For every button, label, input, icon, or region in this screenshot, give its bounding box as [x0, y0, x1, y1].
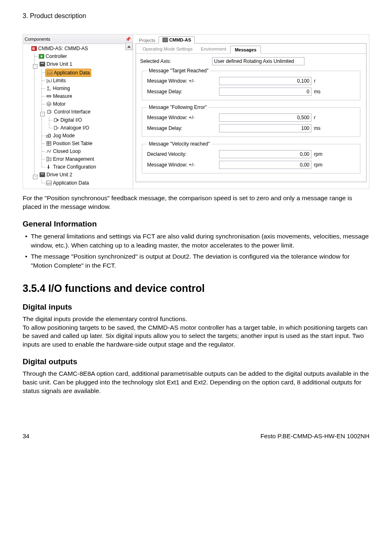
heading-digital-inputs: Digital inputs	[23, 303, 369, 312]
tree-appdata[interactable]: Application Data	[54, 70, 90, 76]
vr-window-unit: rpm	[314, 162, 326, 168]
footer-right: Festo P.BE-CMMD-AS-HW-EN 1002NH	[261, 432, 369, 439]
page-header: 3. Product description	[23, 12, 369, 20]
tree-appdata-2[interactable]: Application Data	[53, 180, 89, 186]
fe-delay-input[interactable]	[219, 124, 311, 132]
svg-rect-25	[48, 134, 50, 137]
vr-declared-input[interactable]	[219, 150, 311, 158]
tree-trace[interactable]: Trace Configuration	[53, 164, 96, 170]
li-general-1: The general limitations and settings via…	[31, 232, 369, 250]
device-tab-icon	[162, 37, 168, 42]
subtab-environment[interactable]: Environment	[197, 45, 231, 53]
tr-window-input[interactable]	[219, 77, 311, 85]
svg-text:DAT: DAT	[48, 72, 53, 74]
pst-icon	[46, 141, 52, 146]
page-number: 34	[23, 432, 30, 439]
closed-icon	[46, 148, 52, 154]
tab-device[interactable]: CMMD-AS	[159, 36, 195, 44]
heading-digital-outputs: Digital outputs	[23, 357, 369, 366]
tr-delay-input[interactable]	[219, 88, 311, 96]
svg-rect-27	[47, 141, 51, 146]
tree-position-set-table[interactable]: Position Set Table	[53, 141, 92, 146]
app-window: Components 📌 CMMD-AS: CMMD-AS	[23, 34, 369, 189]
components-title: Components	[25, 37, 50, 42]
tree-homing[interactable]: Homing	[53, 86, 70, 91]
tr-window-label: Message Window: +/-	[147, 78, 219, 84]
p-digital-inputs: The digital inputs provide the elementar…	[23, 315, 369, 349]
tr-delay-unit: ms	[314, 89, 326, 95]
svg-rect-23	[54, 126, 57, 130]
controller-icon	[39, 53, 44, 59]
svg-rect-22	[57, 119, 58, 121]
p-synchronous: For the "Position synchronous" feedback …	[23, 194, 369, 211]
drive-icon	[39, 61, 45, 67]
svg-rect-2	[34, 47, 35, 50]
fe-window-input[interactable]	[219, 113, 311, 122]
components-tree[interactable]: CMMD-AS: CMMD-AS Controller -	[23, 44, 133, 189]
subtab-messages[interactable]: Messages	[230, 46, 261, 54]
svg-rect-35	[40, 173, 45, 177]
sub-tabstrip: Operating Mode Settings Environment Mess…	[136, 44, 366, 54]
group-following-error: Message "Following Error" Message Window…	[142, 104, 360, 137]
jog-icon	[46, 133, 52, 139]
svg-text:DAT: DAT	[47, 182, 52, 185]
limits-icon: [a,b]	[46, 78, 52, 83]
tree-drive-1[interactable]: Drive Unit 1	[46, 61, 72, 67]
group-velocity-reached: Message "Velocity reached" Declared Velo…	[142, 141, 360, 173]
components-pane: Components 📌 CMMD-AS: CMMD-AS	[23, 35, 133, 189]
fe-window-label: Message Window: +/-	[147, 115, 219, 120]
vr-declared-label: Declared Velocity:	[147, 151, 219, 157]
appdata-icon: DAT	[47, 70, 53, 76]
tree-motor[interactable]: Motor	[53, 101, 66, 107]
tree-analogue-io[interactable]: Analogue I/O	[60, 125, 89, 131]
expander-minus[interactable]: -	[33, 64, 37, 69]
svg-rect-1	[32, 47, 33, 50]
fe-delay-unit: ms	[314, 125, 326, 131]
vr-window-input[interactable]	[219, 161, 311, 169]
subtab-operating-mode[interactable]: Operating Mode Settings	[138, 45, 197, 53]
tree-root[interactable]: CMMD-AS: CMMD-AS	[38, 46, 88, 51]
pin-icon[interactable]: 📌	[125, 37, 131, 42]
p-digital-outputs: Through the CAMC-8E8A option card, addit…	[23, 370, 369, 395]
expander-minus-3[interactable]: -	[33, 175, 37, 179]
heading-general-info: General Information	[23, 220, 369, 229]
tree-drive-2[interactable]: Drive Unit 2	[46, 172, 72, 178]
fe-delay-label: Message Delay:	[147, 125, 219, 131]
tr-delay-label: Message Delay:	[147, 89, 219, 95]
errmgmt-icon: ERMR	[46, 156, 52, 162]
svg-text:[a,b]: [a,b]	[46, 79, 52, 83]
svg-rect-18	[48, 110, 50, 113]
motor-icon: M	[46, 101, 52, 107]
selected-axis-label: Selected Axis:	[140, 58, 212, 64]
expander-minus-2[interactable]: -	[40, 112, 45, 116]
fe-window-unit: r	[314, 115, 326, 120]
svg-rect-39	[163, 38, 168, 42]
svg-rect-6	[41, 63, 44, 64]
svg-text:M: M	[48, 102, 51, 106]
trace-icon	[46, 164, 52, 170]
tab-projects[interactable]: Projects	[136, 37, 159, 44]
svg-rect-36	[41, 173, 44, 174]
tree-control-interface[interactable]: Control Interface	[54, 109, 90, 115]
tree-jog[interactable]: Jog Mode	[53, 133, 75, 139]
group-velocity-legend: Message "Velocity reached"	[147, 141, 212, 147]
selected-axis-field[interactable]	[212, 57, 304, 65]
tree-measure[interactable]: Measure	[53, 93, 72, 99]
li-general-2: The message "Position synchronized" is o…	[31, 252, 369, 270]
tree-closed-loop[interactable]: Closed Loop	[53, 148, 81, 154]
digio-icon	[53, 117, 59, 123]
svg-rect-31	[47, 157, 48, 161]
appdata-icon-2: DAT	[46, 180, 52, 186]
svg-rect-5	[40, 62, 45, 66]
tree-digital-io[interactable]: Digital I/O	[60, 117, 82, 123]
tree-limits[interactable]: Limits	[53, 78, 66, 83]
measure-icon	[46, 93, 52, 99]
project-icon	[31, 46, 37, 51]
tree-controller[interactable]: Controller	[46, 53, 67, 59]
vr-window-label: Message Window: +/-	[147, 162, 219, 168]
top-tabstrip: Projects CMMD-AS	[136, 35, 367, 44]
vr-declared-unit: rpm	[314, 151, 326, 157]
ci-icon	[47, 109, 53, 115]
heading-354: 3.5.4 I/O functions and device control	[23, 282, 369, 294]
tree-error-mgmt[interactable]: Error Management	[53, 156, 94, 162]
